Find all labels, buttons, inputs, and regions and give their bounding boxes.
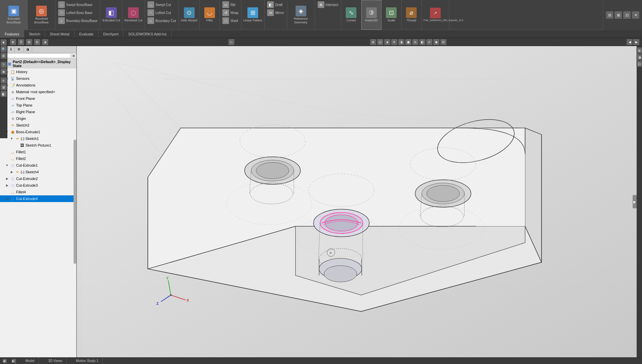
filter-input[interactable]	[6, 53, 71, 58]
tree-item-front-plane[interactable]: ▱ Front Plane	[0, 95, 76, 102]
panel-collapse-left[interactable]: ◀	[627, 39, 633, 45]
left-tool-extra2[interactable]: ⊞	[1, 84, 7, 90]
view-icon-1[interactable]: ⊕	[10, 39, 16, 45]
tree-item-sketch4[interactable]: ▶ ✏ (-) Sketch4	[0, 169, 76, 175]
instant3d-button[interactable]: ③ Instant3D	[361, 0, 382, 30]
tree-item-top-plane[interactable]: ▱ Top Plane	[0, 102, 76, 109]
tab-evaluate[interactable]: Evaluate	[75, 30, 99, 38]
tree-tab-prop[interactable]: ℹ	[8, 46, 15, 52]
mirror-button[interactable]: ⇔ Mirror	[266, 9, 285, 17]
ref-geometry-button[interactable]: ◈ Reference Geometry	[287, 0, 315, 30]
status-tab-model[interactable]: Model	[21, 358, 39, 364]
status-tab-motion[interactable]: Motion Study 1	[72, 358, 103, 364]
window-icon-2[interactable]: ⊞	[615, 11, 622, 19]
vp-toolbar-icon-9[interactable]: ⊙	[426, 39, 432, 45]
left-tool-help[interactable]: ?	[1, 62, 7, 68]
tree-item-origin[interactable]: ⊕ Origin	[0, 115, 76, 122]
swept-boss-button[interactable]: ⌓ Swept Boss/Base	[57, 1, 99, 9]
tree-item-cut-extrude3[interactable]: ▶ ◌ Cut-Extrude3	[0, 182, 76, 189]
right-tool-2[interactable]: ◑	[636, 54, 642, 60]
draft-button[interactable]: ◧ Draft	[266, 1, 285, 9]
obj-exporter-button[interactable]: ↗ Free_SolidWorks_OBJ_Exporter_v2.0	[422, 0, 449, 30]
tree-tab-config[interactable]: ⚙	[15, 46, 23, 52]
panel-collapse-right[interactable]: ▶	[633, 39, 639, 45]
view-icon-4[interactable]: ⊛	[34, 39, 40, 45]
window-icon-1[interactable]: ⊟	[606, 11, 613, 19]
extruded-boss-button[interactable]: ▣ Extruded Boss/Base	[0, 0, 28, 30]
tree-item-cut-extrude1[interactable]: ▼ ◌ Cut-Extrude1	[0, 162, 76, 169]
vp-toolbar-icon-7[interactable]: ⊘	[412, 39, 418, 45]
lofted-cut-button[interactable]: ⌔ Lofted Cut	[146, 9, 177, 17]
window-icon-4[interactable]: ✕	[632, 11, 639, 19]
view-icon-5[interactable]: ◈	[42, 39, 48, 45]
boundary-cut-button[interactable]: ⌕ Boundary Cut	[146, 17, 177, 25]
tree-item-boss-extrude1[interactable]: ▼ ▣ Boss-Extrude1	[0, 129, 76, 135]
tab-dimxpert[interactable]: DimXpert	[99, 30, 124, 38]
tree-item-material[interactable]: ◈ Material <not specified>	[0, 88, 76, 95]
tab-features[interactable]: Features	[0, 30, 24, 38]
tree-item-sensors[interactable]: ▶ 📡 Sensors	[0, 75, 76, 82]
vp-toolbar-icon-5[interactable]: ◑	[398, 39, 404, 45]
left-tool-extra1[interactable]: ≡	[1, 77, 7, 83]
fillet-button[interactable]: ◡ Fillet	[200, 0, 220, 30]
tree-tab-display[interactable]: ◑	[23, 46, 32, 52]
lofted-boss-button[interactable]: ⌔ Lofted Boss Base	[57, 9, 99, 17]
filter-clear[interactable]: ✕	[72, 54, 75, 58]
vp-toolbar-icon-3[interactable]: ◈	[384, 39, 390, 45]
tree-item-right-plane[interactable]: ▱ Right Plane	[0, 109, 76, 115]
tab-sheet-metal[interactable]: Sheet Metal	[45, 30, 75, 38]
view-icon-2[interactable]: ☰	[18, 39, 24, 45]
window-icon-3[interactable]: ⊡	[623, 11, 631, 19]
tree-item-fillet4[interactable]: ◡ Fillet4	[0, 189, 76, 195]
revolved-cut-button[interactable]: ◌ Revolved Cut	[122, 0, 145, 30]
left-tool-scene[interactable]: ◈	[1, 68, 7, 74]
tab-solidworks-addins[interactable]: SOLIDWORKS Add-Ins	[123, 30, 172, 38]
swept-cut-button[interactable]: ⌓ Swept Cut	[146, 1, 177, 9]
right-tool-3[interactable]: ⊡	[636, 61, 642, 67]
thread-button[interactable]: ⌀ Thread	[402, 0, 422, 30]
vp-toolbar-icon-8[interactable]: ◧	[419, 39, 425, 45]
left-tool-search[interactable]: 🔍	[1, 46, 7, 52]
shell-button[interactable]: □ Shell	[221, 17, 240, 25]
tree-item-sketch1[interactable]: ▼ ✏ (-) Sketch1	[0, 135, 76, 142]
right-tool-1[interactable]: ⊕	[636, 47, 642, 53]
linear-pattern-button[interactable]: ⊞ Linear Pattern	[241, 0, 265, 30]
tree-item-cut-extrude4[interactable]: ▶ ◌ Cut-Extrude4	[0, 195, 76, 202]
boundary-cut-label: Boundary Cut	[155, 19, 176, 23]
tree-item-annotations[interactable]: ▶ 📝 Annotations	[0, 82, 76, 88]
revolved-boss-button[interactable]: ◎ Revolved Boss/Base	[28, 0, 56, 30]
intersect-button[interactable]: ⊗ Intersect	[316, 1, 340, 9]
tree-item-history[interactable]: ▶ 📋 History	[0, 68, 76, 75]
view-icon-3[interactable]: ⊞	[26, 39, 32, 45]
scale-button[interactable]: ⊡ Scale	[382, 0, 402, 30]
wrap-button[interactable]: ↺ Wrap	[221, 9, 240, 17]
tree-item-fillet1[interactable]: ◡ Fillet1	[0, 149, 76, 155]
tree-root-part[interactable]: ▼ ▣ Part2 (Default<<Default>_Display Sta…	[0, 59, 76, 68]
vp-toolbar-icon-6[interactable]: ▣	[405, 39, 411, 45]
hole-wizard-button[interactable]: ⊙ Hole Wizard	[179, 0, 200, 30]
tree-item-sketch-picture1[interactable]: 🖼 Sketch Picture1	[0, 142, 76, 149]
view-icon-6[interactable]: ▷	[228, 39, 234, 45]
vp-toolbar-icon-2[interactable]: ◱	[377, 39, 383, 45]
status-expand-left[interactable]: ◀	[3, 359, 7, 363]
viewport-right-collapse[interactable]: ▶	[633, 195, 637, 208]
status-tab-3dviews[interactable]: 3D Views	[44, 358, 67, 364]
boundary-boss-button[interactable]: ⌕ Boundary Boss/Base	[57, 17, 99, 25]
tree-item-cut-extrude2[interactable]: ▶ ◌ Cut-Extrude2	[0, 175, 76, 182]
vp-toolbar-icon-11[interactable]: ⊟	[440, 39, 446, 45]
tab-sketch[interactable]: Sketch	[24, 30, 45, 38]
tree-item-fillet2[interactable]: ◡ Fillet2	[0, 155, 76, 162]
rib-button[interactable]: ▭ Rib	[221, 1, 240, 9]
vp-toolbar-icon-10[interactable]: ◉	[433, 39, 439, 45]
curves-button[interactable]: ∿ Curves	[341, 0, 361, 30]
extruded-cut-button[interactable]: ◧ Extruded Cut	[100, 0, 122, 30]
vp-toolbar-icon-4[interactable]: ✦	[391, 39, 397, 45]
left-tool-filter[interactable]: ▼	[1, 39, 7, 45]
left-tool-extra3[interactable]: ◧	[1, 91, 7, 97]
3d-viewport[interactable]: ⌀ X Y Z ▶	[77, 46, 642, 357]
tree-item-sketch2[interactable]: ✏ Sketch2	[0, 122, 76, 129]
tree-scrollbar[interactable]	[74, 140, 76, 264]
vp-toolbar-icon-1[interactable]: ⊕	[370, 39, 376, 45]
status-expand-right[interactable]: ▶	[12, 359, 16, 363]
left-tool-options[interactable]: ⚙	[1, 53, 7, 59]
